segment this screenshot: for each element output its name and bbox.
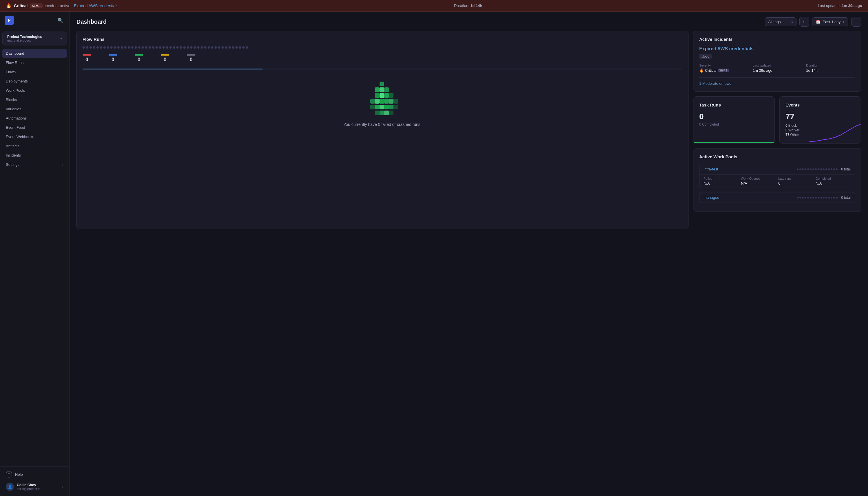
timeline-dot	[176, 46, 179, 49]
metrics-row: Task Runs 0 0 Completed Events 77 0Block	[693, 96, 861, 143]
svg-rect-1	[375, 88, 380, 92]
pool-dot	[805, 168, 806, 170]
work-pool-header: infra-test	[700, 164, 855, 174]
sidebar-item-variables[interactable]: Variables	[2, 105, 67, 113]
last-updated-value: 1m 39s ago	[753, 68, 802, 73]
svg-rect-22	[384, 110, 389, 115]
prev-button[interactable]: ←	[800, 17, 809, 27]
events-title: Events	[786, 103, 855, 107]
pool-dot	[800, 168, 801, 170]
logo: P	[5, 16, 14, 25]
org-selector[interactable]: Prefect Technologies eng-and-product ▾	[2, 32, 67, 45]
sev-badge: SEV-1	[718, 68, 729, 72]
work-pool-stat-queues: Work Queues N/A	[741, 177, 776, 186]
active-incidents-card: Active Incidents Expired AWS credentials…	[693, 31, 861, 92]
flow-stat-scheduled: 0	[161, 55, 169, 63]
work-pool-name[interactable]: infra-test	[703, 167, 718, 171]
next-button[interactable]: →	[851, 17, 861, 27]
svg-rect-12	[389, 99, 394, 104]
timeline-dot	[131, 46, 134, 49]
timeline-dot	[197, 46, 199, 49]
pool-dot	[802, 197, 804, 199]
timeline-dot	[169, 46, 172, 49]
flow-runs-card: Flow Runs	[76, 31, 688, 229]
timeline-dot	[138, 46, 140, 49]
incident-link[interactable]: Expired AWS credentials	[74, 3, 118, 8]
main-content: Dashboard All tags ← 📅 Past 1 day ▾ →	[70, 12, 868, 496]
moderate-link[interactable]: 1 Moderate or lower	[699, 81, 733, 86]
timeline-dot	[163, 46, 165, 49]
sidebar-item-event-feed[interactable]: Event Feed	[2, 123, 67, 132]
fire-icon: 🔥	[699, 68, 704, 73]
work-pool-right: 0 total	[797, 167, 851, 171]
sidebar-item-flows[interactable]: Flows	[2, 67, 67, 76]
stat-value: 0	[111, 57, 115, 63]
svg-rect-9	[375, 99, 380, 104]
sidebar-item-deployments[interactable]: Deployments	[2, 77, 67, 86]
header-controls: All tags ← 📅 Past 1 day ▾ →	[765, 17, 861, 27]
timeline-dot	[128, 46, 130, 49]
pool-dot	[818, 168, 819, 170]
sidebar-item-event-webhooks[interactable]: Event Webhooks	[2, 132, 67, 141]
stat-label: Polled	[703, 177, 738, 180]
user-name: Collin Choy	[17, 483, 40, 487]
task-runs-completed: 0 Completed	[699, 122, 769, 126]
sidebar-item-label: Settings	[6, 162, 19, 167]
timeline-dot	[114, 46, 116, 49]
incident-duration: Duration: 1d 14h	[454, 3, 482, 8]
chevron-down-icon: ▾	[60, 36, 62, 41]
timeline-dot	[93, 46, 95, 49]
sidebar-item-label: Variables	[6, 107, 21, 111]
sidebar-item-settings[interactable]: Settings ›	[2, 160, 67, 169]
help-item[interactable]: ? Help ›	[2, 469, 67, 480]
pool-dot	[823, 197, 825, 199]
sidebar-item-artifacts[interactable]: Artifacts	[2, 141, 67, 151]
svg-rect-7	[389, 93, 394, 98]
sidebar-item-flow-runs[interactable]: Flow Runs	[2, 58, 67, 67]
tags-select[interactable]: All tags	[765, 17, 796, 26]
svg-rect-18	[389, 105, 394, 109]
svg-rect-21	[380, 110, 384, 115]
timeline-dot	[90, 46, 92, 49]
timeline-dot	[100, 46, 102, 49]
work-pool-stat-late: Late runs 0	[778, 177, 813, 186]
pool-dot	[805, 197, 806, 199]
task-runs-count: 0	[699, 112, 769, 121]
pool-dot	[802, 168, 804, 170]
sidebar-item-work-pools[interactable]: Work Pools	[2, 86, 67, 95]
incident-severity: Critical	[14, 3, 28, 8]
timeline-dot	[235, 46, 238, 49]
work-pool-item: managed	[699, 192, 855, 203]
tags-select-wrapper: All tags	[765, 17, 796, 26]
incident-name-link[interactable]: Expired AWS credentials	[699, 46, 855, 51]
events-mini-chart	[809, 123, 861, 143]
date-range-button[interactable]: 📅 Past 1 day ▾	[812, 17, 848, 26]
sidebar-item-dashboard[interactable]: Dashboard	[2, 49, 67, 58]
stat-value: 0	[138, 57, 140, 63]
pool-dot	[807, 168, 809, 170]
svg-rect-13	[394, 99, 398, 104]
duration-label: Duration	[806, 64, 855, 67]
active-incidents-title: Active Incidents	[699, 37, 855, 42]
work-pool-total: 0 total	[841, 196, 851, 200]
work-pool-dots	[797, 168, 838, 170]
stat-value: N/A	[741, 181, 776, 186]
pool-dot	[800, 197, 801, 199]
timeline-dot	[145, 46, 147, 49]
sidebar-item-blocks[interactable]: Blocks	[2, 95, 67, 104]
sidebar-item-automations[interactable]: Automations	[2, 114, 67, 123]
sidebar-item-incidents[interactable]: Incidents	[2, 151, 67, 160]
chevron-right-icon: ›	[62, 472, 63, 476]
search-button[interactable]: 🔍	[57, 16, 64, 24]
help-label: Help	[15, 472, 23, 477]
user-profile-item[interactable]: 👤 Collin Choy collin@prefect.io ›	[2, 480, 67, 493]
pool-dot	[831, 168, 833, 170]
severity-label: Severity	[699, 64, 748, 67]
timeline-dot	[96, 46, 99, 49]
timeline-dot	[246, 46, 248, 49]
work-pool-name[interactable]: managed	[703, 195, 719, 200]
dashboard-header: Dashboard All tags ← 📅 Past 1 day ▾ →	[70, 12, 868, 31]
svg-rect-16	[380, 105, 384, 109]
nav-section: Dashboard Flow Runs Flows Deployments Wo…	[0, 48, 69, 466]
svg-rect-11	[384, 99, 389, 104]
